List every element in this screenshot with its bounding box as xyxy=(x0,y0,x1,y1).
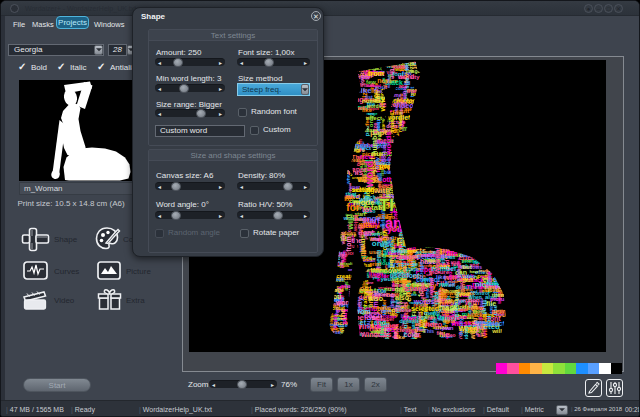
svg-text:selected: selected xyxy=(411,305,439,312)
svg-text:for: for xyxy=(387,108,393,113)
svg-text:size: size xyxy=(372,122,378,134)
svg-text:picture: picture xyxy=(354,74,371,80)
svg-text:and: and xyxy=(355,324,361,335)
svg-text:font: font xyxy=(392,71,403,77)
svg-text:other: other xyxy=(382,176,400,183)
svg-text:you: you xyxy=(439,281,448,287)
svg-text:and: and xyxy=(385,214,412,231)
svg-text:This: This xyxy=(487,274,492,283)
svg-text:word: word xyxy=(354,285,372,292)
svg-text:These: These xyxy=(394,307,412,313)
svg-text:file: file xyxy=(446,249,458,258)
svg-text:mask: mask xyxy=(439,304,457,311)
svg-text:color: color xyxy=(411,213,422,238)
svg-text:use: use xyxy=(331,329,342,335)
svg-text:for: for xyxy=(449,294,455,299)
svg-text:run: run xyxy=(406,245,416,251)
svg-text:will: will xyxy=(346,217,355,231)
svg-text:shape: shape xyxy=(404,284,428,293)
svg-text:but: but xyxy=(382,234,389,239)
svg-text:video: video xyxy=(424,321,442,328)
svg-text:and: and xyxy=(370,320,375,328)
svg-text:words: words xyxy=(384,131,393,156)
svg-text:black: black xyxy=(467,312,483,318)
svg-text:each: each xyxy=(458,278,464,289)
svg-text:effect: effect xyxy=(419,262,425,278)
svg-text:These: These xyxy=(466,284,484,290)
svg-text:words: words xyxy=(354,216,370,222)
svg-text:have: have xyxy=(436,289,442,303)
svg-text:from: from xyxy=(368,70,384,77)
svg-text:When: When xyxy=(348,65,370,74)
svg-text:size: size xyxy=(404,77,410,89)
svg-text:that: that xyxy=(414,161,423,176)
svg-text:Video: Video xyxy=(395,102,414,109)
svg-text:also: also xyxy=(395,294,409,301)
svg-text:masks: masks xyxy=(371,268,387,274)
svg-text:use: use xyxy=(365,232,373,237)
svg-text:selected: selected xyxy=(485,320,513,327)
svg-text:Wordaizer: Wordaizer xyxy=(433,236,442,275)
svg-text:increase: increase xyxy=(344,157,365,163)
svg-text:words: words xyxy=(335,299,357,306)
svg-text:name: name xyxy=(388,92,401,98)
svg-text:for: for xyxy=(346,202,359,213)
svg-text:name: name xyxy=(392,332,397,343)
svg-text:have: have xyxy=(377,305,391,311)
svg-text:will: will xyxy=(491,328,502,334)
svg-text:also: also xyxy=(369,295,383,302)
svg-text:word: word xyxy=(363,161,375,188)
svg-text:default: default xyxy=(399,318,419,324)
svg-text:then: then xyxy=(475,319,486,325)
svg-text:but: but xyxy=(384,169,392,175)
svg-text:user: user xyxy=(403,60,409,70)
svg-text:number: number xyxy=(362,98,385,104)
svg-text:control: control xyxy=(367,83,381,88)
svg-text:This: This xyxy=(347,168,364,177)
svg-text:When: When xyxy=(347,141,369,150)
svg-text:number: number xyxy=(376,316,394,322)
svg-text:few: few xyxy=(499,292,507,298)
svg-text:size: size xyxy=(336,252,348,258)
svg-text:name: name xyxy=(460,252,476,258)
svg-text:File: File xyxy=(396,237,414,248)
svg-text:File: File xyxy=(378,288,387,294)
svg-text:user: user xyxy=(350,184,361,190)
svg-text:video: video xyxy=(381,249,387,262)
svg-text:masks: masks xyxy=(402,125,424,132)
svg-text:create: create xyxy=(396,327,414,333)
svg-text:from: from xyxy=(345,236,352,252)
svg-text:more: more xyxy=(445,333,450,344)
svg-text:where: where xyxy=(340,283,356,289)
svg-text:are: are xyxy=(386,326,393,331)
svg-text:used: used xyxy=(485,287,499,293)
svg-text:also: also xyxy=(356,298,361,307)
svg-text:are: are xyxy=(397,175,411,185)
svg-text:use: use xyxy=(380,240,394,249)
svg-text:settings: settings xyxy=(492,308,511,314)
svg-text:default: default xyxy=(339,261,353,266)
svg-text:wordlet: wordlet xyxy=(385,114,412,121)
svg-text:the: the xyxy=(338,307,347,320)
svg-text:number: number xyxy=(386,73,391,88)
svg-text:used: used xyxy=(390,272,406,279)
svg-text:file: file xyxy=(364,310,371,315)
svg-text:can: can xyxy=(404,146,420,156)
svg-text:application: application xyxy=(424,81,430,113)
svg-text:density: density xyxy=(421,318,426,333)
svg-text:The: The xyxy=(379,196,409,215)
svg-text:selected: selected xyxy=(428,278,434,298)
svg-text:create: create xyxy=(336,273,354,279)
svg-text:input: input xyxy=(443,318,456,324)
svg-text:Windows: Windows xyxy=(334,230,356,236)
svg-text:will: will xyxy=(356,105,366,111)
svg-text:lot: lot xyxy=(410,261,416,267)
svg-text:set: set xyxy=(356,319,367,326)
svg-text:with: with xyxy=(373,186,390,195)
svg-text:print: print xyxy=(369,261,380,267)
svg-text:only: only xyxy=(348,267,357,272)
svg-text:below: below xyxy=(466,305,483,311)
svg-text:file: file xyxy=(436,330,443,336)
svg-text:but: but xyxy=(462,264,471,270)
svg-text:Windows: Windows xyxy=(463,325,469,347)
